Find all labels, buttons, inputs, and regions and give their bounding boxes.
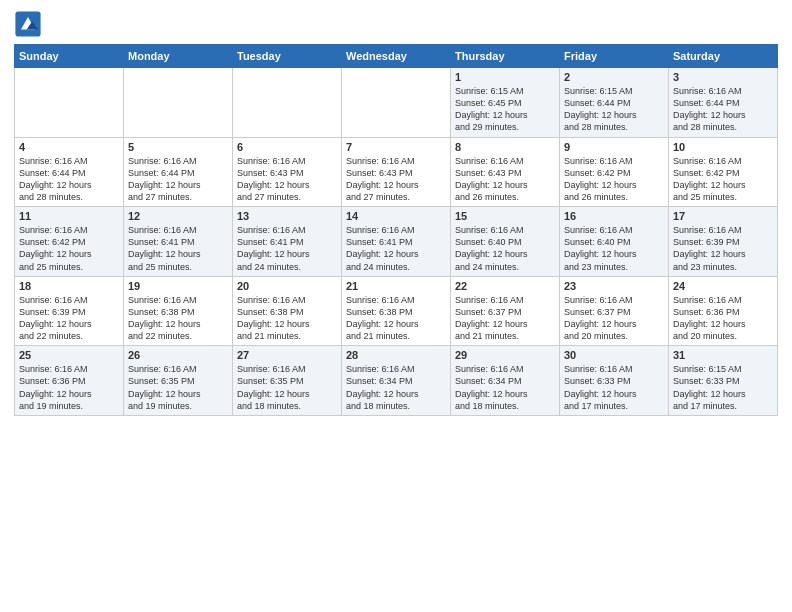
day-cell: 14Sunrise: 6:16 AMSunset: 6:41 PMDayligh… — [342, 207, 451, 277]
day-number: 27 — [237, 349, 337, 361]
day-cell: 15Sunrise: 6:16 AMSunset: 6:40 PMDayligh… — [451, 207, 560, 277]
day-info: Sunrise: 6:15 AMSunset: 6:45 PMDaylight:… — [455, 85, 555, 134]
day-number: 15 — [455, 210, 555, 222]
day-info: Sunrise: 6:16 AMSunset: 6:37 PMDaylight:… — [455, 294, 555, 343]
day-cell: 23Sunrise: 6:16 AMSunset: 6:37 PMDayligh… — [560, 276, 669, 346]
day-cell: 24Sunrise: 6:16 AMSunset: 6:36 PMDayligh… — [669, 276, 778, 346]
day-info: Sunrise: 6:16 AMSunset: 6:35 PMDaylight:… — [237, 363, 337, 412]
day-cell — [15, 68, 124, 138]
header-cell-tuesday: Tuesday — [233, 45, 342, 68]
calendar-thead: SundayMondayTuesdayWednesdayThursdayFrid… — [15, 45, 778, 68]
day-number: 29 — [455, 349, 555, 361]
day-info: Sunrise: 6:16 AMSunset: 6:42 PMDaylight:… — [564, 155, 664, 204]
day-info: Sunrise: 6:16 AMSunset: 6:33 PMDaylight:… — [564, 363, 664, 412]
day-cell: 31Sunrise: 6:15 AMSunset: 6:33 PMDayligh… — [669, 346, 778, 416]
day-info: Sunrise: 6:16 AMSunset: 6:41 PMDaylight:… — [346, 224, 446, 273]
header-row: SundayMondayTuesdayWednesdayThursdayFrid… — [15, 45, 778, 68]
day-cell: 17Sunrise: 6:16 AMSunset: 6:39 PMDayligh… — [669, 207, 778, 277]
header-cell-friday: Friday — [560, 45, 669, 68]
day-info: Sunrise: 6:16 AMSunset: 6:44 PMDaylight:… — [673, 85, 773, 134]
day-info: Sunrise: 6:16 AMSunset: 6:43 PMDaylight:… — [455, 155, 555, 204]
day-number: 9 — [564, 141, 664, 153]
day-cell: 18Sunrise: 6:16 AMSunset: 6:39 PMDayligh… — [15, 276, 124, 346]
day-number: 25 — [19, 349, 119, 361]
day-info: Sunrise: 6:16 AMSunset: 6:44 PMDaylight:… — [19, 155, 119, 204]
calendar-body: 1Sunrise: 6:15 AMSunset: 6:45 PMDaylight… — [15, 68, 778, 416]
week-row-1: 1Sunrise: 6:15 AMSunset: 6:45 PMDaylight… — [15, 68, 778, 138]
day-number: 4 — [19, 141, 119, 153]
day-info: Sunrise: 6:15 AMSunset: 6:33 PMDaylight:… — [673, 363, 773, 412]
day-number: 1 — [455, 71, 555, 83]
day-cell — [233, 68, 342, 138]
day-cell: 21Sunrise: 6:16 AMSunset: 6:38 PMDayligh… — [342, 276, 451, 346]
day-info: Sunrise: 6:15 AMSunset: 6:44 PMDaylight:… — [564, 85, 664, 134]
day-info: Sunrise: 6:16 AMSunset: 6:44 PMDaylight:… — [128, 155, 228, 204]
day-cell: 4Sunrise: 6:16 AMSunset: 6:44 PMDaylight… — [15, 137, 124, 207]
day-cell: 27Sunrise: 6:16 AMSunset: 6:35 PMDayligh… — [233, 346, 342, 416]
day-info: Sunrise: 6:16 AMSunset: 6:38 PMDaylight:… — [346, 294, 446, 343]
day-number: 11 — [19, 210, 119, 222]
day-number: 2 — [564, 71, 664, 83]
header-cell-thursday: Thursday — [451, 45, 560, 68]
day-number: 13 — [237, 210, 337, 222]
day-cell: 26Sunrise: 6:16 AMSunset: 6:35 PMDayligh… — [124, 346, 233, 416]
day-number: 16 — [564, 210, 664, 222]
day-cell: 10Sunrise: 6:16 AMSunset: 6:42 PMDayligh… — [669, 137, 778, 207]
header-cell-wednesday: Wednesday — [342, 45, 451, 68]
day-number: 30 — [564, 349, 664, 361]
day-cell: 9Sunrise: 6:16 AMSunset: 6:42 PMDaylight… — [560, 137, 669, 207]
day-cell: 22Sunrise: 6:16 AMSunset: 6:37 PMDayligh… — [451, 276, 560, 346]
day-number: 8 — [455, 141, 555, 153]
day-info: Sunrise: 6:16 AMSunset: 6:42 PMDaylight:… — [673, 155, 773, 204]
day-number: 18 — [19, 280, 119, 292]
day-info: Sunrise: 6:16 AMSunset: 6:43 PMDaylight:… — [237, 155, 337, 204]
day-cell: 8Sunrise: 6:16 AMSunset: 6:43 PMDaylight… — [451, 137, 560, 207]
week-row-3: 11Sunrise: 6:16 AMSunset: 6:42 PMDayligh… — [15, 207, 778, 277]
day-cell: 1Sunrise: 6:15 AMSunset: 6:45 PMDaylight… — [451, 68, 560, 138]
day-number: 14 — [346, 210, 446, 222]
day-number: 26 — [128, 349, 228, 361]
day-number: 24 — [673, 280, 773, 292]
day-info: Sunrise: 6:16 AMSunset: 6:36 PMDaylight:… — [19, 363, 119, 412]
day-number: 31 — [673, 349, 773, 361]
day-number: 10 — [673, 141, 773, 153]
day-info: Sunrise: 6:16 AMSunset: 6:40 PMDaylight:… — [455, 224, 555, 273]
day-info: Sunrise: 6:16 AMSunset: 6:34 PMDaylight:… — [455, 363, 555, 412]
day-number: 17 — [673, 210, 773, 222]
day-number: 23 — [564, 280, 664, 292]
day-number: 22 — [455, 280, 555, 292]
day-info: Sunrise: 6:16 AMSunset: 6:35 PMDaylight:… — [128, 363, 228, 412]
day-number: 6 — [237, 141, 337, 153]
day-number: 12 — [128, 210, 228, 222]
day-cell: 7Sunrise: 6:16 AMSunset: 6:43 PMDaylight… — [342, 137, 451, 207]
week-row-2: 4Sunrise: 6:16 AMSunset: 6:44 PMDaylight… — [15, 137, 778, 207]
header-cell-sunday: Sunday — [15, 45, 124, 68]
day-info: Sunrise: 6:16 AMSunset: 6:40 PMDaylight:… — [564, 224, 664, 273]
day-info: Sunrise: 6:16 AMSunset: 6:38 PMDaylight:… — [128, 294, 228, 343]
day-cell: 28Sunrise: 6:16 AMSunset: 6:34 PMDayligh… — [342, 346, 451, 416]
day-number: 7 — [346, 141, 446, 153]
day-cell: 20Sunrise: 6:16 AMSunset: 6:38 PMDayligh… — [233, 276, 342, 346]
day-info: Sunrise: 6:16 AMSunset: 6:43 PMDaylight:… — [346, 155, 446, 204]
day-info: Sunrise: 6:16 AMSunset: 6:42 PMDaylight:… — [19, 224, 119, 273]
day-cell: 12Sunrise: 6:16 AMSunset: 6:41 PMDayligh… — [124, 207, 233, 277]
logo-icon — [14, 10, 42, 38]
header-cell-saturday: Saturday — [669, 45, 778, 68]
day-number: 28 — [346, 349, 446, 361]
day-cell: 13Sunrise: 6:16 AMSunset: 6:41 PMDayligh… — [233, 207, 342, 277]
day-info: Sunrise: 6:16 AMSunset: 6:41 PMDaylight:… — [237, 224, 337, 273]
day-info: Sunrise: 6:16 AMSunset: 6:39 PMDaylight:… — [19, 294, 119, 343]
day-cell: 2Sunrise: 6:15 AMSunset: 6:44 PMDaylight… — [560, 68, 669, 138]
day-cell: 5Sunrise: 6:16 AMSunset: 6:44 PMDaylight… — [124, 137, 233, 207]
day-cell: 29Sunrise: 6:16 AMSunset: 6:34 PMDayligh… — [451, 346, 560, 416]
day-cell: 6Sunrise: 6:16 AMSunset: 6:43 PMDaylight… — [233, 137, 342, 207]
day-cell: 25Sunrise: 6:16 AMSunset: 6:36 PMDayligh… — [15, 346, 124, 416]
day-number: 21 — [346, 280, 446, 292]
day-cell: 19Sunrise: 6:16 AMSunset: 6:38 PMDayligh… — [124, 276, 233, 346]
day-cell: 3Sunrise: 6:16 AMSunset: 6:44 PMDaylight… — [669, 68, 778, 138]
calendar-header — [14, 10, 778, 38]
header-cell-monday: Monday — [124, 45, 233, 68]
day-info: Sunrise: 6:16 AMSunset: 6:37 PMDaylight:… — [564, 294, 664, 343]
day-number: 20 — [237, 280, 337, 292]
week-row-4: 18Sunrise: 6:16 AMSunset: 6:39 PMDayligh… — [15, 276, 778, 346]
